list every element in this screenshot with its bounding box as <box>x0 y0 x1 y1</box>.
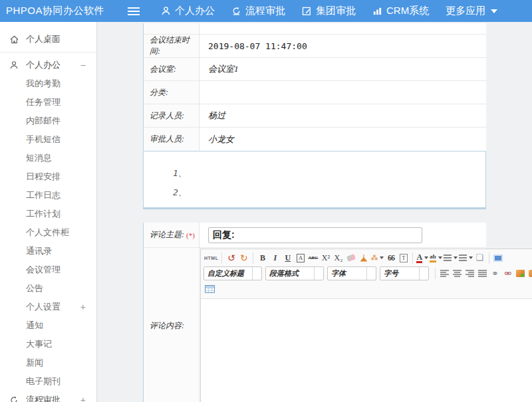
sidebar-item-e-journal[interactable]: 电子期刊 <box>0 372 96 391</box>
ordered-list-icon[interactable] <box>443 251 458 264</box>
rich-text-editor: HTML ↺ ↻ B I U A ABC X² <box>200 249 532 402</box>
unordered-list-icon[interactable] <box>458 251 473 264</box>
new-page-icon[interactable]: ❏ <box>473 251 486 264</box>
sidebar-item-work-plan[interactable]: 工作计划 <box>0 205 96 223</box>
nav-label: CRM系统 <box>386 5 429 17</box>
sidebar-item-label: 个人办公 <box>26 59 61 71</box>
bold-icon[interactable]: B <box>256 251 269 264</box>
field-label: 会议室: <box>144 58 200 80</box>
chevron-down-icon <box>366 267 376 280</box>
fullscreen-icon[interactable] <box>492 251 505 264</box>
superscript-icon[interactable]: X² <box>319 251 332 264</box>
person-icon <box>161 6 171 16</box>
sidebar-item-announcement[interactable]: 公告 <box>0 279 96 298</box>
custom-title-dropdown[interactable]: 自定义标题 <box>203 266 262 280</box>
char-border-icon[interactable]: A <box>294 251 307 264</box>
field-value: 会议室1 <box>200 58 486 80</box>
unlink-icon[interactable]: ⚮ <box>501 267 514 280</box>
toolbar-row-2: 自定义标题 段落格式 字体 <box>203 266 532 280</box>
font-family-dropdown[interactable]: 字体 <box>327 266 376 280</box>
strikethrough-icon[interactable]: ABC <box>307 251 319 264</box>
minutes-line: 1、 <box>173 163 485 183</box>
comment-subject-label: 评论主题: (*) <box>144 223 200 247</box>
font-size-dropdown[interactable]: 字号 <box>380 266 429 280</box>
table-row-category: 分类: <box>144 81 486 104</box>
align-justify-icon[interactable] <box>476 267 489 280</box>
field-label: 会议结束时间: <box>144 35 200 57</box>
subscript-icon[interactable]: X₂ <box>332 251 344 264</box>
expand-toggle[interactable]: + <box>80 302 86 312</box>
screenshot-icon[interactable] <box>527 267 532 280</box>
sidebar-item-short-message[interactable]: 短消息 <box>0 149 96 167</box>
minutes-line: 2、 <box>173 183 485 202</box>
meeting-minutes-content: 1、 2、 <box>143 151 486 209</box>
insert-image-icon[interactable] <box>514 267 527 280</box>
blockquote-icon[interactable]: 66 <box>384 251 397 264</box>
sidebar-item-label: 流程审批 <box>26 394 61 402</box>
sidebar-item-schedule[interactable]: 日程安排 <box>0 167 96 186</box>
nav-label: 集团审批 <box>316 5 356 17</box>
clear-format-icon[interactable] <box>357 251 370 264</box>
sidebar-item-task-management[interactable]: 任务管理 <box>0 93 96 112</box>
sidebar-item-personal-settings[interactable]: 个人设置 + <box>0 298 96 316</box>
toolbar-row-3 <box>203 282 532 296</box>
toolbar-row-1: HTML ↺ ↻ B I U A ABC X² <box>203 251 532 264</box>
format-paint-icon[interactable]: ⁂ <box>370 251 384 264</box>
nav-more-apps[interactable]: 更多应用 <box>446 5 497 17</box>
hamburger-menu-icon[interactable] <box>128 7 140 15</box>
field-value <box>200 81 486 104</box>
nav-personal-office[interactable]: 个人办公 <box>161 5 215 17</box>
nav-workflow-approval[interactable]: 流程审批 <box>231 5 285 17</box>
html-source-button[interactable]: HTML <box>203 251 219 264</box>
sidebar-item-personal-files[interactable]: 个人文件柜 <box>0 223 96 242</box>
sidebar-item-my-attendance[interactable]: 我的考勤 <box>0 74 96 93</box>
sidebar-item-work-diary[interactable]: 工作日志 <box>0 186 96 205</box>
process-icon <box>231 6 241 16</box>
nav-crm-system[interactable]: CRM系统 <box>372 5 429 17</box>
paste-text-icon[interactable]: T <box>397 251 410 264</box>
table-row-recorder: 记录人员: 杨过 <box>144 104 486 128</box>
sidebar-item-mobile-sms[interactable]: 手机短信 <box>0 130 96 149</box>
align-center-icon[interactable] <box>451 267 464 280</box>
chevron-down-icon <box>419 267 428 280</box>
underline-icon[interactable]: U <box>281 251 294 264</box>
comment-subject-input[interactable] <box>208 227 422 243</box>
align-right-icon[interactable] <box>464 267 476 280</box>
paragraph-format-dropdown[interactable]: 段落格式 <box>265 266 324 280</box>
font-color-icon[interactable]: A <box>416 251 429 264</box>
sidebar-item-personal-office[interactable]: 个人办公 − <box>0 56 96 74</box>
sidebar: 个人桌面 个人办公 − 我的考勤 任务管理 内部邮件 手机短信 短消息 日程安排… <box>0 22 97 402</box>
sidebar-item-label: 个人桌面 <box>26 33 61 45</box>
sidebar-item-personal-desktop[interactable]: 个人桌面 <box>0 30 96 49</box>
collapse-toggle[interactable]: − <box>80 60 86 70</box>
comment-content-editable-area[interactable] <box>201 299 532 402</box>
table-row-approver: 审批人员: 小龙女 <box>144 128 486 151</box>
field-label: 分类: <box>144 81 200 104</box>
sidebar-item-notice[interactable]: 通知 <box>0 316 96 335</box>
link-icon[interactable]: ⚭ <box>489 267 501 280</box>
insert-table-icon[interactable] <box>203 282 216 296</box>
redo-icon[interactable]: ↻ <box>237 251 250 264</box>
field-label: 记录人员: <box>144 104 200 127</box>
nav-group-approval[interactable]: 集团审批 <box>302 5 356 17</box>
table-row-partial <box>144 23 486 35</box>
field-value: 2019-08-07 11:47:00 <box>200 35 486 57</box>
section-gap <box>143 209 532 223</box>
sidebar-item-meeting-management[interactable]: 会议管理 <box>0 260 96 279</box>
bar-chart-icon <box>372 6 382 16</box>
sidebar-item-contacts[interactable]: 通讯录 <box>0 242 96 260</box>
sidebar-item-major-events[interactable]: 大事记 <box>0 335 96 353</box>
expand-toggle[interactable]: + <box>80 395 86 402</box>
eraser-icon[interactable] <box>344 251 357 264</box>
highlight-color-icon[interactable]: ab <box>429 251 443 264</box>
undo-icon[interactable]: ↺ <box>225 251 237 264</box>
chevron-down-icon <box>252 267 261 280</box>
italic-icon[interactable]: I <box>269 251 281 264</box>
sidebar-item-internal-mail[interactable]: 内部邮件 <box>0 112 96 130</box>
nav-label: 更多应用 <box>446 5 485 17</box>
align-left-icon[interactable] <box>438 267 451 280</box>
comment-content-row: 评论内容: HTML ↺ ↻ B <box>144 248 486 402</box>
main-content: 会议结束时间: 2019-08-07 11:47:00 会议室: 会议室1 分类… <box>97 22 532 402</box>
sidebar-item-news[interactable]: 新闻 <box>0 353 96 372</box>
sidebar-item-workflow-approval[interactable]: 流程审批 + <box>0 391 96 402</box>
